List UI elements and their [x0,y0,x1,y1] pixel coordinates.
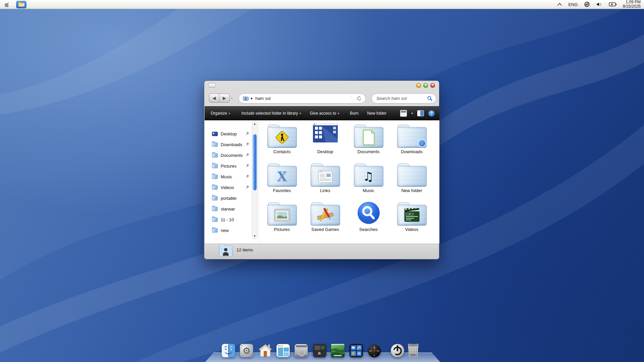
dock-item-finder[interactable] [221,343,235,357]
apple-logo-icon[interactable] [4,1,11,8]
pin-icon [245,164,249,168]
file-new-folder[interactable]: New folder [390,161,433,199]
mac-folder-icon [311,205,340,226]
preview-pane-button[interactable] [417,110,424,116]
title-bar[interactable] [204,81,439,90]
file-searches[interactable]: Searches [347,200,390,238]
file-list: ContactsDesktopDocuments↓DownloadsXFavor… [260,120,439,244]
folder-icon [212,207,218,211]
dock-item-photos[interactable] [313,343,327,357]
dock-item-dashboard-clock[interactable] [367,343,381,357]
file-favorites[interactable]: XFavorites [260,161,304,199]
folder-icon [212,142,218,147]
sidebar-item-new[interactable]: new [205,225,259,236]
scrollbar-thumb[interactable] [253,134,257,190]
change-view-button[interactable] [400,110,407,117]
sidebar-label: Music [221,174,232,179]
toolbar-burn-button[interactable]: Burn [350,111,358,116]
file-saved-games[interactable]: Saved Games [304,200,347,238]
toolbar-new-folder-button[interactable]: New folder [367,111,386,116]
clock-date: 9/15/2025 [623,4,641,9]
tray-chevron-up-icon[interactable] [557,2,562,6]
content-area: DesktopDownloadsDocumentsPicturesMusicVi… [205,120,439,244]
dock-item-desktop-preview[interactable] [331,343,345,357]
breadcrumb-arrow-icon[interactable]: ▶ [251,97,253,100]
tray-language[interactable]: ENG [568,2,578,7]
scroll-up-icon[interactable]: ▲ [252,122,257,125]
search-icon[interactable] [427,96,433,101]
folder-icon [212,218,218,222]
address-bar[interactable]: ▶ ham sol ˇ [238,93,366,104]
sidebar-item-portable[interactable]: portable [205,193,259,203]
titlebar-pill-button[interactable] [208,83,216,87]
dock-item-hard-drive[interactable] [294,343,308,357]
forward-button[interactable]: ▶ [219,94,230,103]
folder-icon [212,185,218,190]
sidebar-label: new [221,228,229,233]
file-music[interactable]: ♫Music [347,161,390,199]
minimize-button[interactable] [416,83,421,88]
breadcrumb-path[interactable]: ham sol [255,96,350,101]
zoom-button[interactable] [423,83,428,88]
file-desktop[interactable]: Desktop [304,122,347,160]
sidebar-label: Downloads [221,142,242,147]
pane-divider [259,120,259,244]
menu-bar: ENG 1:09 PM 9/15/2025 [0,0,644,9]
file-pictures[interactable]: Pictures [260,200,304,238]
dropdown-chevron-icon: ▾ [338,112,339,115]
dock-item-widgets[interactable] [349,343,363,357]
help-button[interactable]: ? [428,110,435,117]
dock-item-home[interactable] [258,343,272,357]
dock-item-window-manager[interactable] [276,343,290,357]
file-downloads[interactable]: ↓Downloads [390,122,433,160]
sidebar-item-documents[interactable]: Documents [205,150,259,161]
toolbar-label: Include selected folder in library [241,111,298,116]
mac-folder-icon: ♫ [354,166,383,187]
recent-pages-dropdown[interactable]: ▾ [231,97,233,100]
mac-folder-icon [267,127,297,148]
file-documents[interactable]: Documents [347,122,390,160]
file-label: New folder [401,188,422,193]
folder-icon [212,153,218,158]
view-dropdown-icon[interactable]: ▾ [411,112,413,115]
globe-network-icon[interactable] [584,1,590,7]
file-label: Favorites [273,188,291,193]
search-box[interactable] [371,93,436,104]
file-label: Music [363,188,374,193]
toolbar-give-access-to-button[interactable]: Give access to▾ [310,111,339,116]
sidebar-item-videos[interactable]: Videos [205,182,259,193]
battery-charging-icon[interactable] [609,2,617,7]
sidebar-item-downloads[interactable]: Downloads [205,139,259,150]
tray-clock[interactable]: 1:09 PM 9/15/2025 [623,0,641,9]
dock-item-system-settings[interactable]: ⚙ [239,343,254,357]
toolbar-label: New folder [367,111,386,116]
dock-item-power[interactable] [390,343,405,357]
address-dropdown-icon[interactable]: ˇ [350,97,351,100]
sidebar-item-11-10[interactable]: 11 - 10 [205,214,259,225]
back-button[interactable]: ◀ [209,94,219,103]
dock-item-trash[interactable] [406,343,420,357]
sidebar-item-music[interactable]: Music [205,171,259,182]
toolbar-organize-button[interactable]: Organize▾ [211,111,230,116]
file-links[interactable]: Links [304,161,347,199]
toolbar-include-selected-folder-in-library-button[interactable]: Include selected folder in library▾ [241,111,301,116]
file-videos[interactable]: Videos [390,200,433,238]
sidebar-scrollbar[interactable]: ▲ ▼ [252,121,258,239]
dropdown-chevron-icon: ▾ [300,112,301,115]
scroll-down-icon[interactable]: ▼ [252,235,257,238]
dock: ⚙ [0,343,644,359]
folder-icon [212,228,218,233]
desktop-icon [212,132,218,136]
active-app-file-explorer[interactable] [16,1,26,8]
sidebar-item-starwar[interactable]: starwar [205,203,259,214]
speaker-icon[interactable] [596,2,603,7]
refresh-icon[interactable] [357,96,362,101]
sidebar-item-pictures[interactable]: Pictures [205,161,259,171]
sidebar-label: Documents [221,153,243,158]
close-button[interactable] [430,83,435,88]
search-input[interactable] [376,96,427,101]
mac-folder-icon [354,127,383,148]
file-contacts[interactable]: Contacts [260,122,304,160]
sidebar-item-desktop[interactable]: Desktop [205,128,259,139]
mac-folder-icon [267,205,297,226]
